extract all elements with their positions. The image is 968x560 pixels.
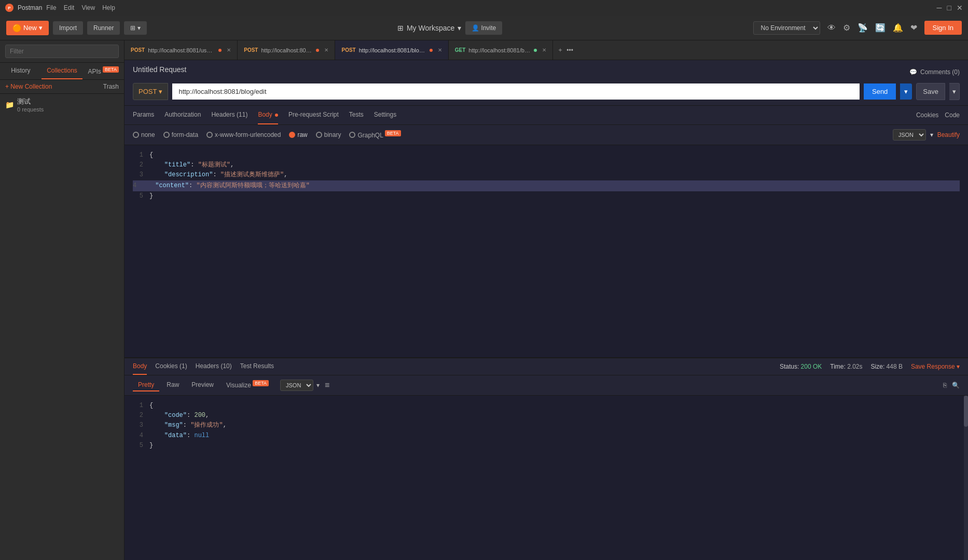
binary-option[interactable]: binary	[316, 131, 341, 138]
invite-button[interactable]: 👤 Invite	[465, 21, 502, 35]
new-collection-button[interactable]: + New Collection	[5, 83, 52, 90]
apis-beta-badge: BETA	[103, 66, 119, 73]
tab-close-icon[interactable]: ✕	[542, 47, 546, 53]
send-dropdown-button[interactable]: ▾	[900, 83, 912, 100]
response-format-selector[interactable]: JSON	[280, 380, 313, 391]
format-selector[interactable]: JSON	[893, 129, 926, 141]
raw-option[interactable]: raw	[289, 131, 307, 138]
tab-blog-get[interactable]: GET http://localhost:8081/blog/1 ✕	[449, 40, 554, 60]
headers-tab[interactable]: Headers (11)	[211, 106, 247, 124]
signin-button[interactable]: Sign In	[924, 21, 962, 35]
tab-modified-dot	[218, 49, 222, 52]
resp-headers-tab[interactable]: Headers (10)	[196, 358, 232, 375]
menu-view[interactable]: View	[81, 4, 95, 11]
body-modified-dot	[275, 114, 278, 117]
settings-tab[interactable]: Settings	[374, 106, 396, 124]
send-button[interactable]: Send	[864, 83, 896, 100]
resp-test-results-tab[interactable]: Test Results	[240, 358, 274, 375]
new-arrow-icon: ▾	[39, 24, 43, 32]
menu-file[interactable]: File	[46, 4, 56, 11]
satellite-icon[interactable]: 📡	[858, 23, 868, 33]
environment-selector[interactable]: No Environment	[753, 21, 820, 35]
method-selector[interactable]: POST ▾	[133, 83, 168, 100]
maximize-button[interactable]: □	[947, 4, 951, 12]
params-tab[interactable]: Params	[133, 106, 154, 124]
more-tabs-button[interactable]: •••	[566, 47, 573, 54]
sync-icon[interactable]: 🔄	[875, 23, 886, 33]
import-button[interactable]: Import	[53, 21, 83, 35]
toolbar-right: No Environment 👁 ⚙ 📡 🔄 🔔 ❤ Sign In	[753, 21, 962, 35]
scrollbar[interactable]	[964, 396, 968, 560]
filter-input[interactable]	[5, 45, 119, 58]
trash-button[interactable]: Trash	[103, 83, 119, 90]
form-data-option[interactable]: form-data	[163, 131, 198, 138]
comments-icon: 💬	[909, 68, 917, 76]
postman-logo: P	[5, 4, 13, 12]
tab-login[interactable]: POST http://localhost:8081/login ✕	[238, 40, 335, 60]
new-button[interactable]: 🟠 New ▾	[6, 21, 49, 35]
resp-cookies-tab[interactable]: Cookies (1)	[155, 358, 187, 375]
request-subtabs: Params Authorization Headers (11) Body P…	[125, 106, 968, 125]
visualize-beta-badge: BETA	[253, 380, 269, 386]
time-label: Time:	[830, 363, 846, 370]
heart-icon[interactable]: ❤	[910, 23, 917, 33]
close-button[interactable]: ✕	[957, 4, 963, 12]
menu-edit[interactable]: Edit	[64, 4, 75, 11]
filter-icon[interactable]: ≡	[325, 381, 329, 390]
tab-method: POST	[131, 47, 145, 53]
tab-modified-dot	[534, 49, 537, 52]
tab-url: http://localhost:8081/user/save	[148, 47, 215, 53]
request-body-editor[interactable]: 1 { 2 "title": "标题测试", 3 "description": …	[125, 145, 968, 358]
graphql-option[interactable]: GraphQL BETA	[349, 131, 400, 139]
resp-body-tab[interactable]: Body	[133, 358, 147, 375]
save-response-button[interactable]: Save Response ▾	[911, 363, 960, 370]
raw-tab[interactable]: Raw	[161, 379, 184, 391]
response-area: Body Cookies (1) Headers (10) Test Resul…	[125, 358, 968, 560]
resp-format-arrow-icon: ▾	[316, 382, 320, 389]
urlencoded-option[interactable]: x-www-form-urlencoded	[206, 131, 281, 138]
preview-tab[interactable]: Preview	[186, 379, 219, 391]
tab-blog-edit[interactable]: POST http://localhost:8081/blog/edit ✕	[335, 40, 448, 60]
none-option[interactable]: none	[133, 131, 155, 138]
tab-close-icon[interactable]: ✕	[438, 47, 442, 53]
tests-tab[interactable]: Tests	[349, 106, 364, 124]
save-dropdown-button[interactable]: ▾	[949, 83, 960, 100]
add-tab-button[interactable]: ＋	[557, 46, 563, 54]
tab-user-save[interactable]: POST http://localhost:8081/user/save ✕	[125, 40, 238, 60]
menu-help[interactable]: Help	[102, 4, 115, 11]
sidebar-search-area	[0, 40, 124, 63]
layout-button[interactable]: ⊞ ▾	[124, 21, 146, 35]
request-title: Untitled Request	[133, 65, 187, 74]
resp-code-line: 2 "code": 200,	[133, 411, 960, 421]
authorization-tab[interactable]: Authorization	[164, 106, 201, 124]
window-controls: ─ □ ✕	[937, 4, 963, 12]
sidebar-tab-collections[interactable]: Collections	[42, 63, 83, 79]
tab-close-icon[interactable]: ✕	[227, 47, 231, 53]
minimize-button[interactable]: ─	[937, 4, 942, 12]
copy-icon[interactable]: ⎘	[943, 382, 947, 389]
search-icon[interactable]: 🔍	[952, 382, 960, 389]
code-link[interactable]: Code	[945, 111, 960, 119]
eye-icon[interactable]: 👁	[827, 23, 836, 33]
pretty-tab[interactable]: Pretty	[133, 379, 159, 391]
body-tab[interactable]: Body	[258, 106, 278, 124]
beautify-button[interactable]: Beautify	[937, 131, 960, 138]
sidebar-tab-history[interactable]: History	[0, 63, 42, 79]
collection-item[interactable]: 📁 测试 0 requests	[0, 94, 124, 116]
response-body-content[interactable]: 1 { 2 "code": 200, 3 "msg": "操作成功", 4 "d…	[125, 396, 968, 560]
cookies-link[interactable]: Cookies	[916, 111, 938, 119]
prerequest-tab[interactable]: Pre-request Script	[288, 106, 339, 124]
runner-button[interactable]: Runner	[87, 21, 120, 35]
tab-close-icon[interactable]: ✕	[324, 47, 328, 53]
main-layout: History Collections APIs BETA + New Coll…	[0, 40, 968, 560]
sidebar-tab-apis[interactable]: APIs BETA	[82, 63, 124, 79]
save-button[interactable]: Save	[916, 83, 945, 100]
settings-icon[interactable]: ⚙	[843, 23, 850, 33]
workspace-selector[interactable]: ⊞ My Workspace ▾	[397, 24, 461, 32]
url-input[interactable]	[172, 83, 860, 100]
tab-url: http://localhost:8081/blog/1	[468, 47, 531, 53]
size-value: 448 B	[887, 363, 903, 370]
bell-icon[interactable]: 🔔	[893, 23, 903, 33]
tab-method: POST	[341, 47, 355, 53]
visualize-tab[interactable]: Visualize BETA	[221, 379, 274, 392]
